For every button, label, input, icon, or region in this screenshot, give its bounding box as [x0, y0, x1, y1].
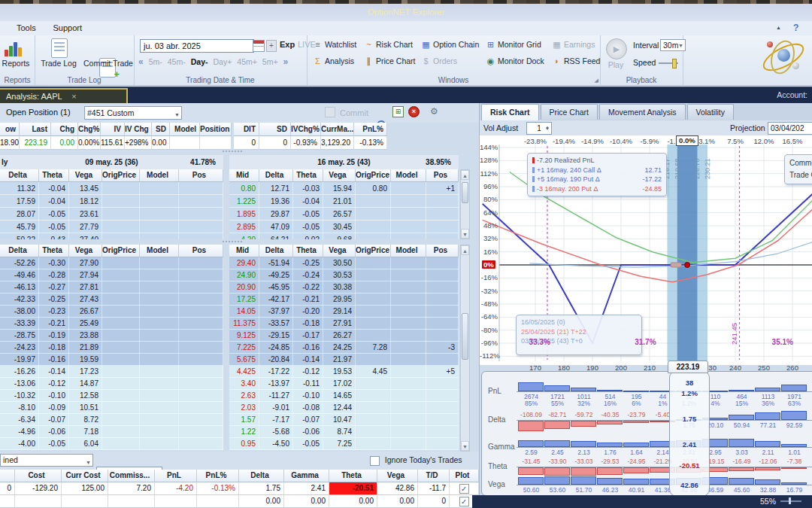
- option-cell-mid: 0.80: [229, 182, 259, 195]
- stats-value: 2.11: [755, 449, 781, 456]
- option-cell: -0.23: [39, 306, 69, 318]
- ribbon-collapse-icon[interactable]: ▲: [776, 25, 781, 30]
- time-step-[interactable]: «: [138, 56, 144, 67]
- option-row[interactable]: -33.39-0.2125.4911.375-33.57-0.1827.91: [0, 318, 460, 330]
- option-row[interactable]: -24.23-0.1821.897.225-24.85-0.1624.257.2…: [0, 342, 460, 354]
- option-chain2-scrollbar[interactable]: ▲▼: [460, 245, 470, 452]
- time-step-5m[interactable]: 5m-: [149, 57, 162, 66]
- ignore-trades-checkbox[interactable]: Ignore Today's Trades: [370, 455, 462, 466]
- option-row[interactable]: -13.06-0.1214.873.40-13.97-0.1117.02: [0, 378, 460, 390]
- option-row[interactable]: -28.75-0.1923.889.125-29.15-0.1726.27: [0, 330, 460, 342]
- windows-item-monitor-dock[interactable]: ◉Monitor Dock: [486, 56, 544, 66]
- combined-select[interactable]: ined▼: [0, 454, 93, 467]
- commit-trade-button[interactable]: Commit Trade: [80, 59, 137, 68]
- tab-price-chart[interactable]: Price Chart: [541, 104, 598, 120]
- windows-item-rss-feed[interactable]: ◗RSS Feed: [552, 56, 600, 65]
- option-cell: 15.94: [323, 182, 356, 195]
- totals-cell: -0.13%: [197, 482, 239, 495]
- time-step-[interactable]: »: [283, 56, 289, 67]
- ignore-trades-checkbox-box[interactable]: [370, 456, 380, 466]
- remove-icon[interactable]: ×: [408, 106, 420, 117]
- time-step-45m[interactable]: 45m+: [237, 57, 257, 66]
- windows-item-risk-chart[interactable]: ~Risk Chart: [364, 40, 413, 49]
- option-cell: [391, 233, 426, 239]
- settings-gear-icon[interactable]: ⚙: [430, 106, 438, 117]
- option-row[interactable]: -4.00-0.056.040.95-4.50-0.057.25: [0, 438, 460, 450]
- trade-log-button[interactable]: Trade Log: [35, 59, 83, 68]
- option-row[interactable]: -4.96-0.067.181.22-5.68-0.068.74: [0, 426, 460, 438]
- windows-item-analysis[interactable]: ΣAnalysis: [313, 56, 354, 65]
- play-button-label[interactable]: Play: [603, 60, 629, 69]
- summary-value-row[interactable]: 18.90223.190.000.00%115.61+298%0.0000-0.…: [0, 136, 479, 150]
- option-row[interactable]: -16.26-0.1417.234.425-17.22-0.1219.534.4…: [0, 366, 460, 378]
- reports-button[interactable]: Reports: [0, 59, 38, 68]
- vol-adjust-label: Vol Adjust: [483, 123, 518, 132]
- stats-bar: [623, 479, 649, 485]
- option-row[interactable]: 17.59-0.0418.121.22519.36-0.0421.01: [0, 195, 460, 208]
- option-row[interactable]: 50.22-0.4327.404.2064.21-0.029.68: [0, 233, 460, 239]
- tab-analysis-aapl[interactable]: Analysis: AAPL ×: [0, 88, 128, 104]
- comment-box[interactable]: Comme Trade O: [784, 154, 812, 184]
- y-tick-64: 64%: [480, 208, 498, 217]
- option-cell: -0.08: [293, 402, 323, 414]
- option-row[interactable]: -10.32-0.1012.582.63-11.27-0.1014.65: [0, 390, 460, 402]
- tab-movement-analysis[interactable]: Movement Analysis: [599, 104, 685, 120]
- option-row[interactable]: -19.97-0.1619.595.675-20.84-0.1421.97: [0, 354, 460, 366]
- vol-adjust-spinner[interactable]: 1 ▲ ▼: [526, 122, 552, 135]
- time-step-Day[interactable]: Day-: [191, 57, 208, 66]
- option-cell: [426, 269, 459, 281]
- help-icon[interactable]: ?: [793, 23, 798, 33]
- option-row[interactable]: 28.07-0.0523.611.89529.87-0.0526.57: [0, 208, 460, 221]
- strategy-select[interactable]: #451 Custom▼: [84, 106, 182, 120]
- reports-icon[interactable]: [5, 38, 24, 56]
- option-cell: [426, 281, 459, 294]
- plot-check-icon[interactable]: ✓: [459, 484, 469, 494]
- option-row[interactable]: -8.10-0.0910.512.03-9.01-0.0812.44: [0, 402, 460, 414]
- zoom-slider[interactable]: [780, 500, 801, 502]
- option-row[interactable]: 45.79-0.0527.792.89547.09-0.0530.45: [0, 221, 460, 233]
- commit-button[interactable]: Commit: [325, 107, 368, 117]
- stats-label-vega: Vega: [488, 480, 505, 488]
- plot-checkbox[interactable]: ✓: [450, 482, 479, 495]
- comment-box-line2: Trade O: [789, 169, 812, 181]
- expiry1-header[interactable]: ly 09 may. 25 (36) 41.78%: [0, 155, 223, 170]
- windows-item-option-chain[interactable]: ▦Option Chain: [421, 40, 479, 50]
- trade-log-icon[interactable]: [51, 38, 68, 58]
- tab-risk-chart[interactable]: Risk Chart: [481, 104, 539, 120]
- time-step-icon[interactable]: +: [266, 40, 277, 52]
- speed-slider-thumb[interactable]: [672, 59, 677, 68]
- menu-tools[interactable]: Tools: [9, 21, 44, 35]
- time-step-45m[interactable]: 45m-: [168, 57, 186, 66]
- option-row[interactable]: 11.32-0.0413.450.8012.71-0.0315.940.80+1: [0, 182, 460, 195]
- trading-date-input[interactable]: ju. 03 abr. 2025: [140, 39, 254, 53]
- time-step-Day[interactable]: Day+: [213, 57, 232, 66]
- interval-select[interactable]: 30m▼: [660, 39, 686, 51]
- zoom-slider-thumb[interactable]: [789, 497, 791, 504]
- option-row[interactable]: -42.33-0.2527.4317.25-42.17-0.2129.95: [0, 294, 460, 306]
- windows-dialog-launcher-icon[interactable]: ◢: [595, 78, 598, 84]
- windows-item-watchlist[interactable]: ≡Watchlist: [313, 40, 356, 49]
- option-row[interactable]: -52.26-0.3027.9029.40-51.94-0.2530.50: [0, 257, 460, 269]
- option-row[interactable]: -46.13-0.2727.8120.90-45.95-0.2230.38: [0, 281, 460, 294]
- time-step-5m[interactable]: 5m+: [262, 57, 278, 66]
- calendar-icon[interactable]: [253, 40, 265, 52]
- option-cell: [179, 354, 223, 366]
- option-cell-mid: 4.20: [229, 233, 259, 239]
- stats-bar: [729, 415, 754, 420]
- play-icon[interactable]: ▶: [606, 38, 627, 59]
- menu-support[interactable]: Support: [45, 21, 89, 35]
- plot-check-icon[interactable]: ✓: [459, 497, 469, 506]
- windows-item-orders[interactable]: $Orders: [421, 56, 457, 65]
- option-row[interactable]: -49.46-0.2827.9424.90-49.25-0.2430.53: [0, 269, 460, 281]
- option-chain1-scrollbar[interactable]: ▲▼: [460, 169, 470, 239]
- windows-item-price-chart[interactable]: ∥Price Chart: [364, 56, 416, 66]
- windows-item-monitor-grid[interactable]: ⊞Monitor Grid: [486, 40, 541, 50]
- expiry2-header[interactable]: 16 may. 25 (43) 38.95%: [229, 155, 459, 170]
- tab-close-icon[interactable]: ×: [71, 92, 76, 101]
- windows-item-earnings[interactable]: ▦Earnings: [552, 40, 595, 50]
- option-row[interactable]: -38.00-0.2326.6714.05-37.97-0.2029.14: [0, 306, 460, 318]
- export-grid-icon[interactable]: ⊞: [392, 106, 404, 117]
- projection-date-input[interactable]: 03/04/202: [768, 122, 812, 135]
- option-row[interactable]: -6.34-0.078.721.57-7.17-0.0710.47: [0, 414, 460, 426]
- tab-volatility[interactable]: Volatility: [687, 104, 735, 120]
